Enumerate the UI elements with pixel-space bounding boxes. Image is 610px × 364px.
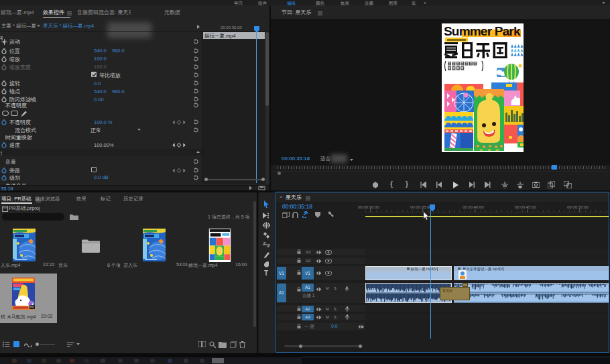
svg-text:Summer Park: Summer Park bbox=[444, 24, 521, 38]
